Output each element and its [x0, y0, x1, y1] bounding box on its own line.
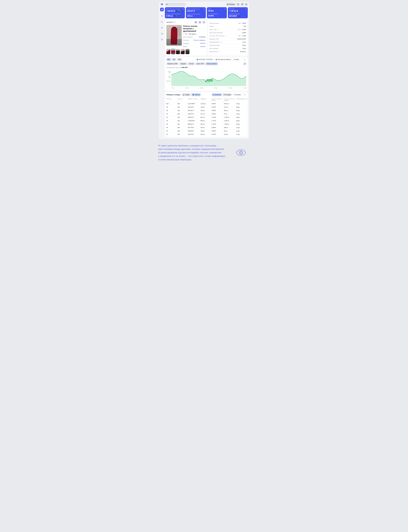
premium-button[interactable]: Премиум	[226, 3, 236, 6]
product-thumbnail[interactable]: РАЗМЕРЫ 42-48	[181, 49, 185, 54]
app-logo-icon[interactable]	[160, 3, 164, 6]
sort-icon[interactable]	[234, 98, 235, 100]
help-button[interactable]: ?	[237, 3, 240, 6]
sort-select[interactable]: По размеру	[233, 93, 246, 96]
table-cell: 607 шт.	[201, 116, 212, 119]
column-header-склад[interactable]: Склад	[178, 98, 188, 101]
column-header-остатки-на-конец-периода[interactable]: Остатки на конец периода	[224, 98, 236, 102]
table-row[interactable]: 38Все290 161 ₽182 шт.1 692 ₽355 шт.62 дн…	[166, 109, 246, 112]
card-help-icon[interactable]: ?	[224, 8, 226, 9]
table-cell: 1 694 ₽	[212, 129, 224, 133]
sidebar-item-basket[interactable]	[161, 15, 163, 17]
column-header-выручка-с-спп[interactable]: Выручка (с СПП)	[188, 98, 201, 101]
product-photo[interactable]	[166, 25, 182, 45]
table-cell: 62 дн.	[236, 109, 246, 112]
fullscreen-button[interactable]	[243, 62, 246, 65]
column-header-оборачиваемость[interactable]: Оборачиваемость	[236, 98, 246, 101]
pricing-value: 30 дн.	[242, 48, 246, 49]
search-input[interactable]	[165, 3, 186, 6]
info-icon[interactable]: i	[219, 51, 220, 52]
pricing-value: 1 848 ₽	[242, 32, 246, 34]
tab-все[interactable]: Все	[166, 58, 171, 61]
table-cell: 343 572 ₽	[188, 116, 201, 119]
product-thumbnail[interactable]	[176, 49, 180, 54]
sort-icon[interactable]	[206, 98, 207, 100]
metric-chip-остатки[interactable]: Остатки	[188, 62, 195, 65]
table-cell: 134 шт.	[224, 133, 236, 136]
product-thumbnail[interactable]	[186, 49, 189, 54]
profile-button[interactable]	[245, 3, 248, 6]
table-cell: 50	[166, 129, 178, 133]
metric-chip-продажи[interactable]: Продажи	[179, 62, 187, 65]
table-row[interactable]: 44Все1 055 824 ₽664 шт.1 707 ₽2 253 шт.6…	[166, 119, 246, 123]
view-график[interactable]: График	[182, 93, 191, 96]
column-header-ср-цена-с-спп-за-период[interactable]: Ср.цена с СПП за период	[212, 98, 224, 102]
area-chart[interactable]: 1 500 0001 000 000500 000573 6484 апр10 …	[166, 69, 246, 90]
card-help-icon[interactable]: ?	[182, 8, 184, 9]
table-cell: 202 шт.	[201, 133, 212, 136]
bookmark-button[interactable]	[198, 21, 202, 24]
table-row[interactable]: 48Все576 776 ₽367 шт.1 690 ₽260 шт.24 дн…	[166, 126, 246, 129]
table-row[interactable]: 52Все323 073 ₽202 шт.1 670 ₽134 шт.17 дн…	[166, 133, 246, 136]
pricing-label: Был в наличии:	[209, 48, 219, 49]
chevron-down-icon	[244, 59, 245, 60]
sidebar-item-wallet[interactable]	[161, 33, 163, 35]
sidebar-item-settings[interactable]	[161, 27, 163, 29]
product-thumbnail-selected[interactable]	[171, 49, 175, 54]
table-row[interactable]: 40Все343 572 ₽217 шт.1 693 ₽97 шт.18 дн.	[166, 112, 246, 116]
tab-fbs[interactable]: FBS	[172, 58, 176, 61]
table-cell: Все	[178, 102, 188, 106]
column-header-размер[interactable]: Размер	[166, 98, 178, 101]
stat-label: Выкуп	[208, 8, 226, 9]
period-label: За выбранный период:	[166, 67, 180, 68]
pricing-delta: +4%	[238, 23, 241, 24]
table-row[interactable]: 36Все236 116 ₽144 шт.1 675 ₽272 шт.56 дн…	[166, 106, 246, 109]
table-cell: 182 шт.	[201, 109, 212, 112]
history-button[interactable]	[194, 21, 197, 24]
tab-fbo[interactable]: FBO	[177, 58, 182, 61]
sort-icon[interactable]	[182, 98, 183, 100]
chart-card: ВсеFBSFBO 04.04.2025 -	[165, 57, 248, 91]
sidebar-item-products[interactable]	[160, 8, 164, 11]
card-help-icon[interactable]: ?	[203, 8, 205, 9]
field-value-link[interactable]: Платья и сарафаны	[194, 39, 205, 41]
sort-icon[interactable]	[247, 98, 248, 100]
info-icon[interactable]: i	[221, 42, 222, 43]
table-cell: 46	[166, 123, 178, 126]
info-icon[interactable]: i	[218, 29, 219, 30]
table-cell: 1 693 ₽	[212, 112, 224, 116]
product-thumbnail[interactable]	[166, 49, 170, 54]
table-row[interactable]: 50Все328 816 ₽205 шт.1 694 ₽61 шт.11 дн.	[166, 129, 246, 133]
field-value-link[interactable]: KUKUSH	[200, 46, 205, 47]
share-button[interactable]	[202, 21, 205, 24]
metric-chip-выручка-с-спп[interactable]: Выручка (с СПП)	[166, 62, 179, 65]
sort-icon[interactable]	[171, 98, 172, 100]
card-help-icon[interactable]: ?	[245, 8, 247, 9]
table-cell: 1 728 ₽	[212, 116, 224, 119]
metric-chip-цена-с-спп[interactable]: Цена с СПП	[196, 62, 205, 65]
copy-icon[interactable]	[174, 21, 176, 23]
chart-icon	[183, 94, 185, 96]
field-value-link[interactable]: KUKUSH	[200, 43, 205, 44]
sort-icon[interactable]	[197, 98, 198, 100]
sidebar-item-ruble[interactable]: ₽	[161, 38, 163, 41]
sidebar-item-search[interactable]	[161, 21, 163, 23]
table-row[interactable]: 42Все343 572 ₽607 шт.1 728 ₽1 790 шт.48 …	[166, 116, 246, 119]
table-cell: 40	[166, 112, 178, 116]
table-cell: 44	[166, 119, 178, 123]
group-по-складам[interactable]: По складам	[222, 93, 232, 96]
column-header-продажи[interactable]: Продажи	[201, 98, 212, 101]
date-range-button[interactable]: 04.04.2025 - 03.05.2025	[196, 58, 214, 61]
profit-calculator-button[interactable]: Калькулятор прибыли	[214, 58, 232, 61]
notifications-button[interactable]	[240, 3, 244, 6]
info-icon[interactable]: i	[225, 35, 226, 37]
table-row[interactable]: ВсеВсе5 102 990 ₽3 192 шт.1 697 ₽6 651 ш…	[166, 102, 246, 106]
metric-chip-показы-карточки[interactable]: Показы карточки	[205, 62, 218, 65]
table-row[interactable]: 46Все966 841 ₽604 шт.1 723 ₽1 429 шт.59 …	[166, 123, 246, 126]
view-таблица[interactable]: Таблица	[191, 93, 201, 96]
stat-badge: ↑ 402 824 ₽	[176, 10, 183, 12]
sort-icon[interactable]	[222, 98, 223, 100]
granularity-select[interactable]: По дням	[233, 58, 246, 61]
group-по-размерам[interactable]: По размерам	[212, 93, 222, 96]
stat-card: ?Средняя выручка в день238 227 ₽Средние …	[186, 7, 206, 18]
